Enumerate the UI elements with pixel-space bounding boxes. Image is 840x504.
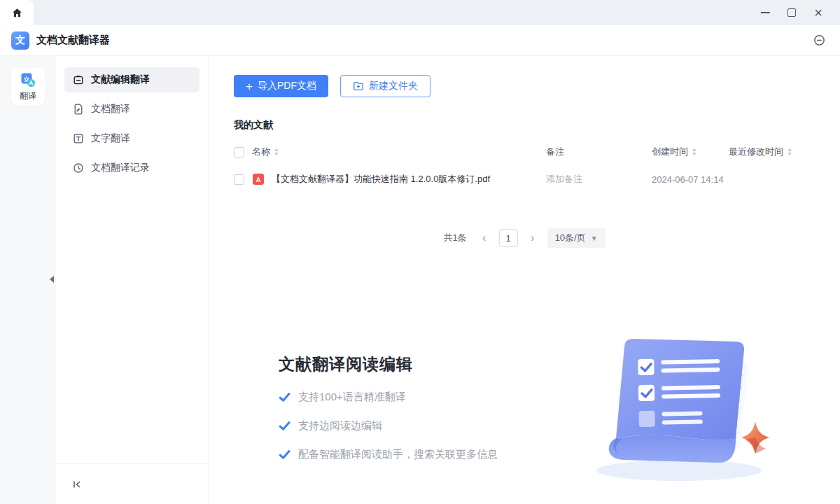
column-modified[interactable]: 最近修改时间 — [729, 146, 813, 158]
home-tab[interactable] — [0, 0, 34, 25]
icon-rail: 翻译 — [0, 56, 56, 504]
main-content: + 导入PDF文档 新建文件夹 我的文献 名称 备注 — [209, 56, 840, 504]
rail-translate-label: 翻译 — [20, 90, 36, 102]
window-controls: × — [752, 0, 840, 25]
page-size-select[interactable]: 10条/页 ▼ — [547, 228, 606, 248]
next-page-button[interactable]: › — [524, 229, 542, 247]
sidebar-collapse-button[interactable] — [71, 479, 83, 490]
import-pdf-label: 导入PDF文档 — [258, 80, 316, 92]
app-header: 文 文档文献翻译器 — [0, 25, 840, 56]
files-table: 名称 备注 创建时间 最近修改时间 — [234, 140, 813, 195]
created-time: 2024-06-07 14:14 — [652, 174, 729, 185]
plus-icon: + — [246, 80, 253, 92]
minimize-button[interactable] — [752, 0, 778, 25]
sidebar-item-document-translate[interactable]: 文档翻译 — [64, 97, 200, 122]
minimize-icon — [761, 12, 770, 13]
sort-icon[interactable] — [274, 148, 279, 155]
pdf-file-icon — [252, 173, 265, 186]
close-button[interactable]: × — [805, 0, 832, 25]
check-icon — [279, 420, 290, 432]
check-icon — [279, 391, 290, 403]
pagination: 共1条 ‹ 1 › 10条/页 ▼ — [209, 228, 840, 248]
sidebar-item-label: 文字翻译 — [91, 132, 130, 145]
check-icon — [279, 449, 290, 461]
promo-section: 文献翻译阅读编辑 支持100+语言精准翻译 支持边阅读边编辑 配备智能翻译阅读助… — [279, 354, 498, 461]
app-logo-icon: 文 — [11, 31, 29, 50]
history-clock-icon — [73, 162, 84, 174]
sidebar-item-text-translate[interactable]: 文字翻译 — [64, 126, 200, 151]
rail-collapse-handle[interactable] — [50, 276, 54, 283]
select-all-checkbox[interactable] — [234, 147, 244, 158]
rail-translate-button[interactable]: 翻译 — [11, 68, 45, 106]
chevron-down-icon: ▼ — [591, 234, 598, 242]
settings-button[interactable] — [809, 31, 829, 50]
sidebar-item-label: 文献编辑翻译 — [91, 74, 150, 86]
page-number[interactable]: 1 — [499, 229, 518, 247]
document-icon — [73, 104, 84, 115]
promo-feature: 支持100+语言精准翻译 — [279, 391, 498, 404]
row-checkbox[interactable] — [234, 174, 244, 185]
add-remark-field[interactable]: 添加备注 — [546, 173, 652, 186]
sidebar-item-translate-history[interactable]: 文档翻译记录 — [64, 155, 200, 181]
promo-feature: 支持边阅读边编辑 — [279, 419, 498, 433]
sidebar-footer — [56, 463, 208, 504]
import-pdf-button[interactable]: + 导入PDF文档 — [234, 75, 328, 97]
text-translate-icon — [73, 133, 84, 144]
home-icon — [11, 7, 23, 19]
scroll-document-illustration — [582, 328, 778, 489]
table-row[interactable]: 【文档文献翻译器】功能快速指南 1.2.0.0版本修订.pdf 添加备注 202… — [234, 164, 813, 195]
new-folder-button[interactable]: 新建文件夹 — [340, 75, 430, 97]
sidebar-item-label: 文档翻译 — [91, 103, 130, 115]
collapse-sidebar-icon — [71, 479, 83, 490]
titlebar: × — [0, 0, 840, 25]
page-size-value: 10条/页 — [555, 232, 586, 244]
app-title: 文档文献翻译器 — [36, 34, 110, 47]
file-name: 【文档文献翻译器】功能快速指南 1.2.0.0版本修订.pdf — [272, 173, 490, 186]
promo-title: 文献翻译阅读编辑 — [279, 354, 498, 375]
table-header-row: 名称 备注 创建时间 最近修改时间 — [234, 140, 813, 164]
promo-feature-text: 支持100+语言精准翻译 — [298, 391, 406, 404]
promo-feature-text: 配备智能翻译阅读助手，搜索关联更多信息 — [298, 448, 498, 461]
promo-feature-text: 支持边阅读边编辑 — [298, 419, 382, 433]
toolbar: + 导入PDF文档 新建文件夹 — [234, 75, 840, 97]
settings-icon — [813, 34, 826, 47]
sort-icon[interactable] — [692, 148, 696, 155]
pagination-total: 共1条 — [443, 232, 466, 244]
file-name-cell[interactable]: 【文档文献翻译器】功能快速指南 1.2.0.0版本修订.pdf — [252, 173, 546, 186]
close-icon: × — [814, 6, 822, 20]
folder-plus-icon — [353, 80, 364, 92]
sidebar-menu: 文献编辑翻译 文档翻译 文字翻译 文档翻译记录 — [56, 56, 208, 185]
promo-feature: 配备智能翻译阅读助手，搜索关联更多信息 — [279, 448, 498, 461]
translate-app-icon — [20, 71, 36, 88]
column-remark: 备注 — [546, 146, 652, 158]
sidebar-item-label: 文档翻译记录 — [91, 162, 150, 174]
sort-icon[interactable] — [788, 148, 792, 155]
sidebar-item-literature-edit-translate[interactable]: 文献编辑翻译 — [64, 67, 200, 92]
new-folder-label: 新建文件夹 — [369, 80, 418, 92]
prev-page-button[interactable]: ‹ — [475, 229, 493, 247]
sidebar: 文献编辑翻译 文档翻译 文字翻译 文档翻译记录 — [56, 56, 209, 504]
section-title: 我的文献 — [234, 119, 840, 132]
column-name[interactable]: 名称 — [252, 146, 546, 158]
maximize-icon — [788, 8, 796, 17]
clipboard-edit-icon — [73, 74, 84, 85]
maximize-button[interactable] — [778, 0, 805, 25]
column-created[interactable]: 创建时间 — [652, 146, 729, 158]
